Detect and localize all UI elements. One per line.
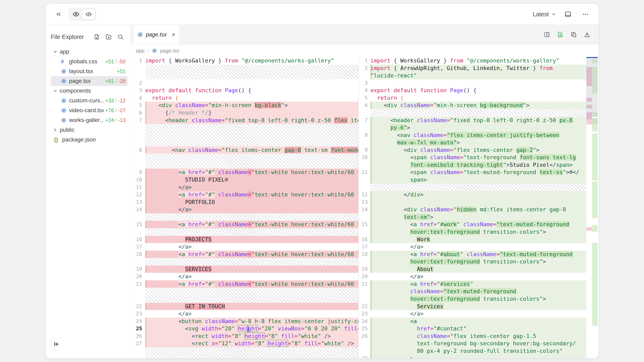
code-line[interactable]: className="text-muted-foreground (359, 288, 586, 295)
code-line[interactable]: 3export default function Page() { (131, 87, 358, 94)
code-line[interactable]: py-6"> (359, 124, 586, 131)
file-tree-item-video-card.tsx[interactable]: video-card.tsx+76 / -27 (51, 105, 128, 115)
code-line[interactable]: 17 </a> (359, 243, 586, 251)
code-line[interactable]: hover:text-foreground transition-colors"… (359, 228, 586, 236)
code-line[interactable]: 4export default function Page() { (359, 87, 586, 94)
code-line[interactable]: 22 Services (359, 303, 586, 310)
minimap-viewport-indicator[interactable] (586, 57, 598, 58)
copy-button[interactable] (568, 29, 580, 40)
code-line[interactable]: 12 <a href="#" className="text-white hov… (131, 191, 358, 199)
code-line[interactable]: 15 <a href="#work" className="text-muted… (359, 221, 586, 228)
code-line[interactable]: 14 </a> (131, 206, 358, 213)
code-line[interactable]: 10 <span className="text-foreground font… (359, 154, 586, 161)
code-line[interactable]: 23 </a> (131, 310, 358, 318)
chevron-down-icon[interactable] (53, 49, 60, 54)
code-line[interactable]: text-foreground bg-secondary hover:bg-se… (359, 340, 586, 347)
code-line[interactable]: 11 <span className="text-muted-foregroun… (359, 169, 586, 176)
code-line[interactable]: 25 <svg width="20" height="20" viewBox="… (131, 325, 358, 333)
code-line[interactable]: 17 </a> (131, 243, 358, 251)
code-line[interactable]: 16 PROJECTS (131, 236, 358, 243)
preview-toggle-button[interactable] (70, 9, 82, 19)
file-tree-item-package.json[interactable]: {}package.json (51, 135, 128, 145)
code-line[interactable]: 24 <a (359, 318, 586, 325)
code-line[interactable]: 13 PORTFOLIO (131, 199, 358, 206)
code-line[interactable]: 21 <a href="#" className="text-white hov… (131, 280, 358, 288)
more-options-button[interactable] (580, 8, 591, 20)
code-line[interactable]: 18 <a href="#about" className="text-mute… (359, 251, 586, 258)
code-line[interactable]: 9 <div className="flex items-center gap-… (359, 146, 586, 154)
code-line[interactable]: 80 px-4 py-2 rounded-full transition-col… (359, 347, 586, 355)
code-line[interactable]: 27 <rect x="12" width="8" height="8" fil… (131, 340, 358, 347)
code-line[interactable]: 19 SERVICES (131, 266, 358, 273)
code-line[interactable]: 20 </a> (359, 273, 586, 280)
code-line[interactable]: 14 <div className="hidden md:flex items-… (359, 206, 586, 213)
code-line[interactable]: 27 > (359, 355, 586, 358)
code-line[interactable]: 5 return ( (359, 94, 586, 102)
code-line[interactable]: 20 </a> (131, 273, 358, 280)
file-tree-item-components[interactable]: components (51, 86, 128, 96)
code-line[interactable]: 26 <rect width="8" height="8" fill="whit… (131, 333, 358, 340)
code-line[interactable]: max-w-7xl mx-auto"> (359, 139, 586, 146)
search-button[interactable] (115, 32, 126, 42)
code-line[interactable]: 8 <nav className="flex items-center just… (359, 131, 586, 139)
code-line[interactable]: 18 <a href="#" className="text-white hov… (131, 251, 358, 258)
code-line[interactable]: 21 <a href="#services" (359, 280, 586, 288)
code-line[interactable]: 1import { WorksGallery } from "@/compone… (131, 57, 358, 64)
collapse-panel-button[interactable] (53, 8, 64, 20)
code-line[interactable]: text-sm"> (359, 213, 586, 221)
code-line[interactable]: 23 </a> (359, 310, 586, 318)
code-line[interactable]: 13 (359, 199, 586, 206)
diff-pane-original[interactable]: 1import { WorksGallery } from "@/compone… (131, 57, 358, 358)
diff-pane-modified[interactable]: 1import { WorksGallery } from "@/compone… (359, 57, 586, 358)
chevron-down-icon[interactable] (53, 88, 60, 93)
file-tree-item-app[interactable]: app (51, 47, 128, 57)
code-line[interactable]: 19 About (359, 266, 586, 273)
diff-minimap[interactable] (586, 57, 598, 358)
code-line[interactable]: 9 <a href="#" className="text-white hove… (131, 169, 358, 176)
code-line[interactable]: 11 </a> (131, 184, 358, 191)
file-tree-item-works-galler-[interactable]: works-galler…+24 / -13 (51, 115, 128, 125)
file-tree-item-custom-curs-[interactable]: custom-curs…+33 / -12 (51, 96, 128, 105)
new-file-button[interactable] (92, 32, 102, 42)
code-line[interactable]: 22 GET IN TOUCH (131, 303, 358, 310)
code-line[interactable]: 3 (359, 79, 586, 87)
new-folder-button[interactable] (104, 32, 114, 42)
code-line[interactable]: 2import { ArrowUpRight, Github, Linkedin… (359, 64, 586, 72)
file-tree-item-globals.css[interactable]: #globals.css+51 / -50 (51, 57, 128, 66)
code-line[interactable]: span> (359, 176, 586, 184)
tab-close-button[interactable]: × (172, 31, 175, 38)
tab-page-tsx[interactable]: page.tsx × (133, 25, 180, 44)
code-line[interactable]: 25 href="#contact" (359, 325, 586, 333)
code-line[interactable]: 24 <button className="w-8 h-8 flex items… (131, 318, 358, 325)
chevron-right-icon[interactable] (53, 127, 60, 132)
file-tree-item-layout.tsx[interactable]: layout.tsx+51 (51, 66, 128, 76)
code-line[interactable]: 12 </div> (359, 191, 586, 199)
code-toggle-button[interactable] (82, 9, 95, 19)
code-line[interactable]: "lucide-react" (359, 72, 586, 79)
code-line[interactable]: 7 <header className="fixed top-0 left-0 … (359, 117, 586, 124)
download-button[interactable] (582, 29, 593, 40)
code-line[interactable]: 1import { WorksGallery } from "@/compone… (359, 57, 586, 64)
file-tree-item-public[interactable]: public (51, 125, 128, 135)
file-tree-item-page.tsx[interactable]: page.tsx+81 / -28 (51, 76, 128, 86)
code-line[interactable]: 7 <header className="fixed top-0 left-0 … (131, 117, 358, 124)
code-line[interactable]: 4 return ( (131, 94, 358, 102)
code-line[interactable]: font-semibold tracking-tight">Studio Pix… (359, 161, 586, 169)
version-dropdown[interactable]: Latest (533, 11, 556, 18)
code-line[interactable]: 6 {/* Header */} (131, 109, 358, 117)
file-diff-button[interactable] (554, 29, 566, 40)
code-line[interactable]: 26 className="flex items-center gap-1.5 (359, 333, 586, 340)
collapse-sidebar-button[interactable] (51, 338, 62, 350)
code-line[interactable]: hover:text-foreground transition-colors"… (359, 258, 586, 266)
code-line[interactable]: 8 <nav className="flex items-center gap-… (131, 146, 358, 154)
code-line[interactable]: 2 (131, 79, 358, 87)
code-line[interactable]: 6 <div className="min-h-screen bg-backgr… (359, 102, 586, 109)
breadcrumb-folder[interactable]: app (136, 48, 144, 54)
code-line[interactable]: 10 STUDIO PIXEL® (131, 176, 358, 184)
panel-bottom-button[interactable] (562, 8, 574, 20)
split-diff-view-button[interactable] (541, 29, 552, 40)
code-line[interactable]: 16 Work (359, 236, 586, 243)
breadcrumb-file[interactable]: page.tsx (160, 48, 179, 54)
code-line[interactable]: 15 <a href="#" className="text-white hov… (131, 221, 358, 228)
code-line[interactable]: 5 <div className="min-h-screen bg-black"… (131, 102, 358, 109)
